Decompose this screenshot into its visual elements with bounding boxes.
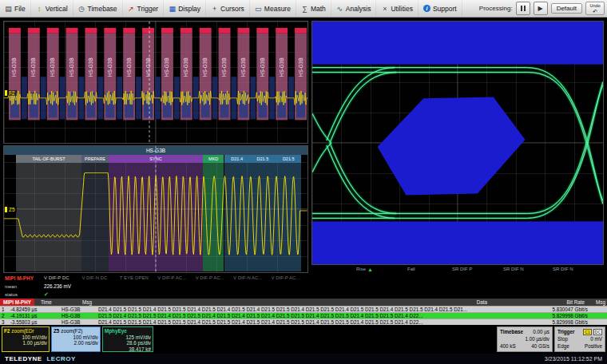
menu-item-label: Vertical — [46, 5, 68, 13]
eye-param-label: SR DIF P — [452, 267, 472, 271]
decode-row-1[interactable]: 1-4.82459 µsHS-G3BD21.4 D21.5 D21.5 D21.… — [0, 306, 607, 312]
measure-label-column: MIPI M-PHY mean status — [3, 275, 43, 298]
column-header-msg[interactable]: Msg — [82, 299, 130, 305]
column-header-time[interactable]: Time — [34, 299, 82, 305]
column-header-data[interactable]: Data — [130, 299, 543, 305]
measure-param-1[interactable]: V DIF-P DC226.236 mV✔ — [43, 275, 81, 298]
brand-teledyne: TELEDYNE — [5, 355, 42, 362]
descriptor-row: F2 zoom(EDr 100 mV/div 1.00 µs/div Z5 zo… — [0, 326, 607, 354]
burst-zoom-panel[interactable]: TAIL-OF-BURSTPREPARESYNCMKDD21.4D21.5D21… — [3, 145, 308, 273]
menu-item-utilities[interactable]: ×Utilities — [376, 0, 418, 17]
decode-table-rows: 1-4.82459 µsHS-G3BD21.4 D21.5 D21.5 D21.… — [0, 306, 607, 325]
menu-item-display[interactable]: ▦Display — [164, 0, 206, 17]
undo-button[interactable]: Undo ↶ — [585, 2, 605, 15]
menu-item-label: Utilities — [391, 5, 412, 13]
trigger-chips: C1DC — [581, 328, 602, 335]
row-data: D21.5 D21.4 D21.5 D21.5 D21.4 D21.5 D21.… — [98, 313, 535, 318]
measure-row-label-mean: mean — [5, 284, 42, 289]
trigger-row-2: Stop 0 mV — [557, 335, 602, 342]
menu-item-trigger[interactable]: ↗Trigger — [123, 0, 165, 17]
row-index: 3 — [0, 319, 10, 325]
menu-item-support[interactable]: iSupport — [419, 0, 462, 17]
timebase-samplerate: 40 GS/s — [531, 342, 549, 350]
menu-item-label: Support — [433, 5, 457, 13]
descriptor-mphyeye[interactable]: MphyEye 125 mV/div 28.6 ps/div 38.417 k# — [102, 326, 153, 352]
decode-table: MIPI M-PHY Time Msg Data Bit Rate Msg 1-… — [0, 299, 607, 325]
eye-param-label: Fall — [407, 267, 415, 271]
svg-text:HS-G3B: HS-G3B — [183, 57, 188, 77]
default-button[interactable]: Default — [551, 3, 582, 14]
burst-overview-panel[interactable]: HS-G3BHS-G3BHS-G3BHS-G3BHS-G3BHS-G3BHS-G… — [3, 21, 308, 144]
row-index: 1 — [0, 307, 10, 312]
row-bitrate: 5.830047 Gbit/s — [535, 307, 588, 312]
menu-item-vertical[interactable]: ↕Vertical — [31, 0, 73, 17]
footer-bar: TELEDYNE LECROY 3/23/2015 11:12:52 PM — [0, 354, 607, 364]
measure-panel: MIPI M-PHY mean status V DIF-P DC226.236… — [3, 275, 308, 298]
param-name: V DIF-P DC — [44, 275, 80, 280]
trigger-source-chip: C1 — [583, 329, 591, 335]
descriptor-mphyeye-id: MphyEye — [105, 328, 127, 334]
menu-item-label: Analysis — [346, 5, 371, 13]
measure-param-6[interactable]: V DIF-N AC... — [232, 275, 270, 298]
play-button[interactable]: ▶ — [534, 2, 548, 15]
measure-param-7[interactable]: V DIF-P AC... — [271, 275, 308, 298]
row-msg: HS-G3B — [61, 307, 98, 312]
menu-item-measure[interactable]: ▭Measure — [250, 0, 296, 17]
descriptor-mphyeye-hscale: 28.6 ps/div — [105, 340, 151, 346]
pause-button[interactable] — [516, 2, 530, 15]
timebase-row-2: 1.00 µs/div — [500, 335, 549, 342]
trigger-position-icon: ▲ — [367, 267, 373, 272]
column-header-bitrate[interactable]: Bit Rate — [543, 299, 585, 305]
play-icon: ▶ — [538, 5, 543, 12]
svg-text:HS-G3B: HS-G3B — [88, 57, 93, 77]
display-icon: ▦ — [169, 5, 176, 13]
eye-diagram-panel[interactable] — [311, 21, 604, 265]
pause-icon — [521, 6, 522, 11]
measure-params: V DIF-P DC226.236 mV✔V DIF-N DCT EYE OPE… — [43, 275, 308, 298]
row-index: 2 — [0, 313, 10, 318]
timebase-scale: 1.00 µs/div — [525, 335, 549, 342]
support-icon: i — [423, 5, 430, 12]
svg-text:HS-G3B: HS-G3B — [69, 57, 74, 77]
svg-text:HS-G3B: HS-G3B — [279, 57, 284, 77]
menu-item-analysis[interactable]: ∿Analysis — [331, 0, 377, 17]
menu-item-file[interactable]: ▤File — [0, 0, 31, 17]
measure-param-2[interactable]: V DIF-N DC — [81, 275, 118, 298]
trigger-coupling-chip: DC — [593, 329, 602, 335]
row-data: D21.4 D21.5 D21.5 D21.4 D21.5 D21.5 D21.… — [98, 319, 535, 325]
column-header-msg2[interactable]: Msg — [585, 299, 607, 305]
decode-row-3[interactable]: 3-3.55803 µsHS-G3BD21.4 D21.5 D21.5 D21.… — [0, 318, 607, 325]
menu-item-cursors[interactable]: +Cursors — [206, 0, 250, 17]
burst-zoom-waveform — [4, 146, 307, 272]
trigger-icon: ↗ — [128, 5, 135, 13]
descriptor-z5[interactable]: Z5 zoom(F2) 100 mV/div 2.00 ns/div — [51, 326, 101, 352]
measure-param-4[interactable]: V DIF-P AC... — [157, 275, 194, 298]
measure-param-5[interactable]: V DIF-P AC... — [195, 275, 232, 298]
param-name: V DIF-N AC... — [233, 275, 269, 280]
menu-item-timebase[interactable]: ◷Timebase — [73, 0, 123, 17]
row-msg: HS-G3B — [61, 319, 98, 325]
trigger-box[interactable]: Trigger C1DC Stop 0 mV Edge Positive — [554, 326, 605, 352]
file-icon: ▤ — [5, 5, 12, 13]
descriptor-f2[interactable]: F2 zoom(EDr 100 mV/div 1.00 µs/div — [2, 326, 50, 352]
svg-text:HS-G3B: HS-G3B — [50, 57, 55, 77]
menu-item-math[interactable]: ∑Math — [296, 0, 331, 17]
processing-label: Processing: — [479, 5, 513, 12]
row-bitrate: 5.829998 Gbit/s — [535, 319, 588, 325]
timebase-offset: 0.00 µs — [533, 328, 549, 335]
menu-item-label: Math — [311, 5, 326, 13]
svg-text:HS-G3B: HS-G3B — [11, 57, 17, 77]
oscilloscope-app: ▤File↕Vertical◷Timebase↗Trigger▦Display+… — [0, 0, 607, 364]
timebase-box[interactable]: Timebase 0.00 µs 1.00 µs/div 400 kS 40 G… — [497, 326, 553, 352]
param-name: V DIF-P AC... — [272, 275, 307, 280]
measure-param-3[interactable]: T EYE OPEN — [119, 275, 157, 298]
descriptor-z5-id: Z5 — [54, 328, 59, 334]
menu-item-label: Trigger — [137, 5, 159, 13]
decode-row-2[interactable]: 2-4.19131 µsHS-G3BD21.5 D21.4 D21.5 D21.… — [0, 312, 607, 318]
menu-item-label: Measure — [264, 5, 291, 13]
eye-param-label: SR DIF N — [503, 267, 524, 271]
decode-protocol-label: MIPI M-PHY — [0, 299, 34, 306]
row-bitrate: 5.829998 Gbit/s — [535, 313, 588, 318]
svg-text:HS-G3B: HS-G3B — [240, 57, 246, 77]
descriptor-f2-func: zoom(EDr — [11, 328, 34, 334]
